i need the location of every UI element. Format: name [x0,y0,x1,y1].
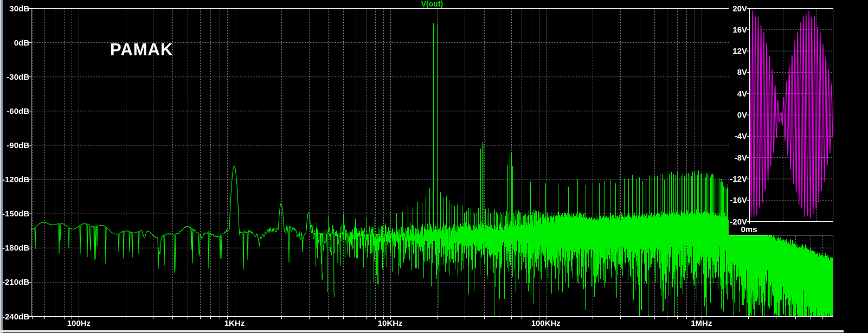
y-axis-label--60db: -60dB [0,106,29,116]
x-axis-label-1mhz: 1MHz [672,318,731,328]
x-axis-label-100hz: 100Hz [49,318,108,328]
inset-y-label--12v: -12V [723,174,747,184]
x-axis-label-100khz: 100KHz [516,318,576,328]
y-axis-label--30db: -30dB [0,72,29,82]
y-axis-label--150db: -150dB [0,209,29,219]
x-axis-label-1khz: 1KHz [205,318,265,328]
inset-y-label-16v: 16V [723,25,747,35]
ltspice-fft-window: V(out) PAMAK 30dB 0dB -30dB -60dB -90dB … [0,0,868,333]
y-axis-label--180db: -180dB [0,243,29,253]
trace-legend-vout[interactable]: V(out) [400,0,465,8]
inset-y-label--4v: -4V [723,131,747,141]
inset-y-label-12v: 12V [723,46,747,56]
inset-y-label-20v: 20V [723,4,747,14]
x-axis-label-10khz: 10KHz [361,318,420,328]
y-axis-label-0db: 0dB [0,38,29,48]
y-axis-label-30db: 30dB [0,4,29,14]
watermark-pamak: PAMAK [110,40,173,60]
y-axis-label--210db: -210dB [0,277,29,287]
inset-y-label--16v: -16V [723,195,747,205]
y-axis-label--90db: -90dB [0,140,29,150]
inset-y-label-4v: 4V [723,89,747,99]
window-left-edge [0,0,3,333]
window-bottom-edge [0,330,844,332]
inset-y-label--8v: -8V [723,153,747,163]
y-axis-label--120db: -120dB [0,175,29,184]
inset-x-label-0ms: 0ms [741,225,779,234]
y-axis-label--240db: -240dB [0,312,29,322]
inset-y-label-0v: 0V [723,110,747,120]
inset-y-label-8v: 8V [723,67,747,77]
